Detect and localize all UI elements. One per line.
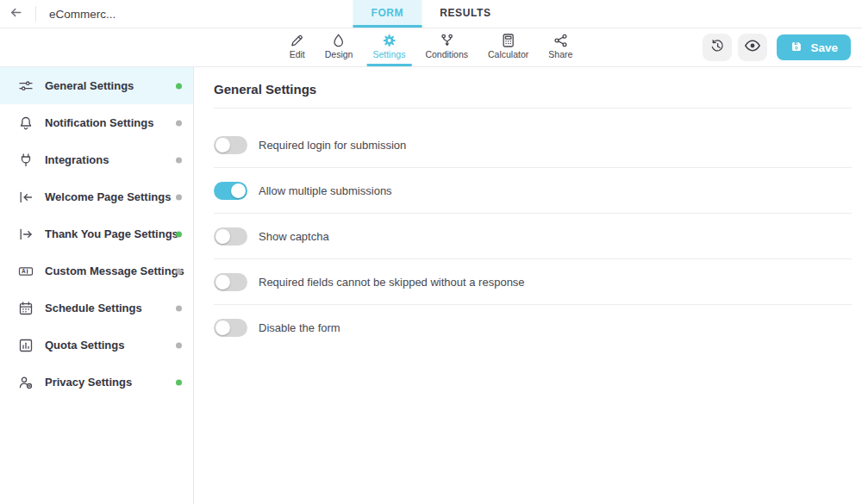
save-button-label: Save xyxy=(810,41,838,54)
history-icon xyxy=(709,38,726,58)
toolbar-center-group: Edit Design Settings Conditions xyxy=(284,28,579,66)
sliders-icon xyxy=(18,78,34,94)
divider xyxy=(214,108,852,109)
setting-label: Required login for submission xyxy=(259,139,406,152)
setting-label: Allow multiple submissions xyxy=(259,184,392,197)
sidebar-item-thank-you-page-settings[interactable]: Thank You Page Settings xyxy=(0,215,193,252)
sidebar-item-label: Notification Settings xyxy=(45,116,153,129)
arrow-left-icon xyxy=(9,5,23,23)
top-bar: eCommerc... FORM RESULTS xyxy=(0,0,862,28)
status-dot xyxy=(176,157,182,163)
form-builder-app: eCommerc... FORM RESULTS Edit Desi xyxy=(0,0,862,504)
sidebar-item-label: Privacy Settings xyxy=(45,376,132,389)
sidebar-item-privacy-settings[interactable]: Privacy Settings xyxy=(0,364,193,401)
user-privacy-icon xyxy=(18,375,34,390)
branch-icon xyxy=(439,33,454,48)
tool-share[interactable]: Share xyxy=(542,28,578,66)
sidebar-item-custom-message-settings[interactable]: A Custom Message Settings xyxy=(0,252,193,289)
settings-list: Required login for submission Allow mult… xyxy=(214,122,852,351)
sidebar-item-integrations[interactable]: Integrations xyxy=(0,141,193,178)
toggle-knob xyxy=(216,138,230,152)
tool-calculator-label: Calculator xyxy=(488,50,528,59)
floppy-disk-icon xyxy=(790,40,803,56)
gear-icon xyxy=(381,33,397,48)
setting-row-required-fields: Required fields cannot be skipped withou… xyxy=(214,259,852,305)
status-dot xyxy=(176,268,182,274)
tool-edit[interactable]: Edit xyxy=(284,28,311,66)
divider xyxy=(35,6,36,22)
tool-share-label: Share xyxy=(548,50,572,59)
tab-results-label: RESULTS xyxy=(440,7,490,19)
sidebar-item-label: General Settings xyxy=(45,79,134,92)
status-dot xyxy=(176,83,182,89)
message-box-icon: A xyxy=(18,264,34,279)
status-dot xyxy=(176,305,182,311)
tool-conditions[interactable]: Conditions xyxy=(419,28,474,66)
toggle-show-captcha[interactable] xyxy=(214,227,247,246)
tool-settings-label: Settings xyxy=(372,50,405,59)
setting-row-disable-form: Disable the form xyxy=(214,305,852,351)
setting-row-multiple-submissions: Allow multiple submissions xyxy=(214,168,852,214)
setting-row-required-login: Required login for submission xyxy=(214,122,852,168)
settings-panel: General Settings Required login for subm… xyxy=(194,67,862,504)
status-dot xyxy=(176,120,182,126)
status-dot xyxy=(176,231,182,237)
bell-icon xyxy=(18,115,34,131)
page-title: General Settings xyxy=(214,82,852,96)
calculator-icon xyxy=(501,33,516,48)
tool-edit-label: Edit xyxy=(290,50,305,59)
form-title: eCommerc... xyxy=(49,8,116,21)
share-icon xyxy=(553,33,568,48)
tool-design[interactable]: Design xyxy=(319,28,359,66)
sidebar-item-label: Thank You Page Settings xyxy=(45,227,178,240)
back-button[interactable] xyxy=(0,0,31,28)
preview-button[interactable] xyxy=(738,34,767,61)
toggle-multiple-submissions[interactable] xyxy=(214,182,247,200)
sidebar-item-quota-settings[interactable]: Quota Settings xyxy=(0,327,193,364)
toggle-disable-form[interactable] xyxy=(214,319,247,337)
setting-label: Disable the form xyxy=(259,321,340,334)
sidebar-item-label: Custom Message Settings xyxy=(45,264,184,277)
sidebar-item-label: Welcome Page Settings xyxy=(45,190,171,203)
exit-icon xyxy=(18,227,34,242)
tool-conditions-label: Conditions xyxy=(425,50,468,59)
toggle-knob xyxy=(216,229,230,244)
eye-icon xyxy=(744,37,761,58)
sidebar-item-label: Quota Settings xyxy=(45,339,124,352)
sidebar-item-general-settings[interactable]: General Settings xyxy=(0,67,193,104)
setting-label: Required fields cannot be skipped withou… xyxy=(259,276,525,289)
history-button[interactable] xyxy=(703,34,732,61)
calendar-icon xyxy=(18,301,34,316)
pencil-icon xyxy=(290,33,305,48)
sidebar-item-welcome-page-settings[interactable]: Welcome Page Settings xyxy=(0,178,193,215)
chart-icon xyxy=(18,338,34,353)
sidebar-item-notification-settings[interactable]: Notification Settings xyxy=(0,104,193,141)
status-dot xyxy=(176,342,182,348)
save-button[interactable]: Save xyxy=(777,34,851,60)
toggle-required-fields[interactable] xyxy=(214,273,247,291)
tab-form-label: FORM xyxy=(371,7,403,19)
toolbar: Edit Design Settings Conditions xyxy=(0,28,862,67)
tool-settings[interactable]: Settings xyxy=(366,28,411,66)
sidebar-item-schedule-settings[interactable]: Schedule Settings xyxy=(0,289,193,327)
tab-form[interactable]: FORM xyxy=(353,0,422,28)
setting-row-show-captcha: Show captcha xyxy=(214,214,852,259)
svg-text:A: A xyxy=(22,268,26,274)
status-dot xyxy=(176,379,182,385)
toolbar-right-group: Save xyxy=(703,34,851,61)
body: General Settings Notification Settings I… xyxy=(0,67,862,504)
toggle-knob xyxy=(216,275,230,289)
tool-calculator[interactable]: Calculator xyxy=(482,28,534,66)
sidebar-item-label: Integrations xyxy=(45,153,109,166)
tab-results[interactable]: RESULTS xyxy=(422,0,509,28)
toggle-required-login[interactable] xyxy=(214,136,247,154)
setting-label: Show captcha xyxy=(259,230,329,243)
droplet-icon xyxy=(331,33,347,48)
tool-design-label: Design xyxy=(325,50,353,59)
sidebar-item-label: Schedule Settings xyxy=(45,302,142,314)
plug-icon xyxy=(18,152,34,168)
toggle-knob xyxy=(216,320,230,335)
toggle-knob xyxy=(231,184,246,198)
enter-icon xyxy=(18,190,34,205)
status-dot xyxy=(176,194,182,200)
